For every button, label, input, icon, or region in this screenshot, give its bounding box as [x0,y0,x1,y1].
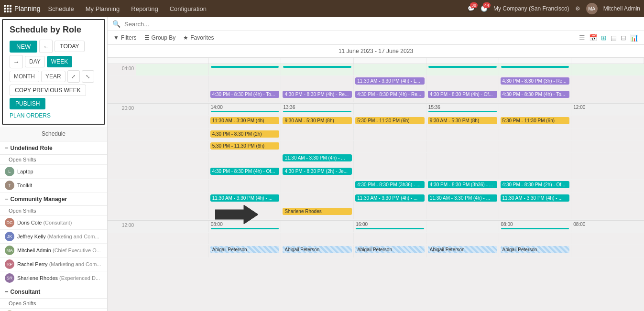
cell-fri-mitchell[interactable]: 4:30 PM - 8:30 PM (2h) - Of... [499,180,572,193]
cell-sat-cond[interactable]: 08:00 [571,221,644,232]
cell-wed-laptop[interactable]: 11:30 AM - 3:30 PM (4h) - L... [354,76,426,89]
role-group-consultant[interactable]: Consultant [0,285,107,299]
clock-icon-wrapper[interactable]: 🕐 44 [480,5,488,12]
event-cm-open-thu1[interactable]: 9:30 AM - 5:30 PM (8h) [428,117,497,124]
cell-tue-0[interactable] [281,64,354,75]
cell-sun-doris[interactable] [136,153,209,166]
event-mitchell-wed[interactable]: 4:30 PM - 8:30 PM (3h36) - ... [355,181,425,188]
nav-my-planning[interactable]: My Planning [84,3,122,14]
cell-mon-doris[interactable] [209,153,282,166]
cell-wed-toolkit[interactable]: 4:30 PM - 8:30 PM (4h) - Re... [354,89,426,102]
user-avatar[interactable]: MA [586,3,598,14]
event-cm-open-wed1[interactable]: 5:30 PM - 11:30 PM (6h) [355,117,425,124]
event-doris-tue[interactable]: 11:30 AM - 3:30 PM (4h) - ... [283,154,352,161]
cell-mon-laptop[interactable] [209,76,282,89]
cell-sun-cmo3[interactable] [136,141,209,152]
cell-tue-rachel[interactable] [281,193,354,206]
cell-fri-0[interactable] [499,64,572,75]
cell-tue-cono[interactable] [281,233,354,244]
event-abigail-fri[interactable]: Abigail Peterson [501,246,570,253]
cell-sun-toolkit[interactable] [136,89,209,102]
cell-tue-doris[interactable]: 11:30 AM - 3:30 PM (4h) - ... [281,153,354,166]
cell-wed-cond[interactable]: 16:00 [354,221,426,232]
person-rachel[interactable]: RP Rachel Perry (Marketing and Com... [0,257,107,271]
cell-sat-cmo3[interactable] [571,141,644,152]
event-abigail-thu[interactable]: Abigail Peterson [428,246,497,253]
cell-tue-jeffrey[interactable]: 4:30 PM - 8:30 PM (2h) - Je... [281,166,354,179]
nav-reporting[interactable]: Reporting [129,3,160,14]
cell-fri-sharlene[interactable] [499,206,572,219]
cell-mon-0[interactable] [209,64,282,75]
cell-mon-cond[interactable]: 08:00 [209,221,282,232]
cell-wed-cmo1[interactable]: 5:30 PM - 11:30 PM (6h) [354,116,426,129]
cell-mon-sharlene[interactable] [209,206,282,219]
role-group-community-manager[interactable]: Community Manager [0,193,107,206]
open-shifts-consultant[interactable]: Open Shifts [0,299,107,309]
cell-thu-toolkit[interactable]: 4:30 PM - 8:30 PM (4h) - Of... [426,89,499,102]
prev-button[interactable]: ← [39,40,53,53]
event-cm-open-tue1[interactable]: 9:30 AM - 5:30 PM (8h) [283,117,352,124]
cell-tue-cmo2[interactable] [281,129,354,140]
month-button[interactable]: MONTH [10,71,39,82]
cell-thu-sharlene[interactable] [426,206,499,219]
cell-sat-cmd[interactable]: 12:00 [571,104,644,115]
event-toolkit-tue[interactable]: 4:30 PM - 8:30 PM (4h) - Re... [283,91,352,98]
search-input[interactable] [124,21,639,28]
plan-orders-link[interactable]: PLAN ORDERS [10,112,51,119]
compress-button[interactable]: ⤡ [82,70,94,83]
person-mitchell[interactable]: MA Mitchell Admin (Chief Executive O... [0,244,107,257]
cell-wed-cmd[interactable] [354,104,426,115]
cell-wed-cmo3[interactable] [354,141,426,152]
person-jeffrey[interactable]: JK Jeffrey Kelly (Marketing and Com... [0,230,107,244]
cell-fri-toolkit[interactable]: 4:30 PM - 8:30 PM (4h) - To... [499,89,572,102]
cell-tue-sharlene[interactable]: Sharlene Rhodes [281,206,354,219]
cell-thu-cmd[interactable]: 15:36 [426,104,499,115]
cell-sun-mitchell[interactable] [136,180,209,193]
cell-thu-rachel[interactable]: 11:30 AM - 3:30 PM (4h) - ... [426,193,499,206]
cell-mon-abigail[interactable]: Abigail Peterson [209,245,282,257]
event-cm-open-mon3[interactable]: 5:30 PM - 11:30 PM (6h) [210,142,280,150]
grid-view-icon[interactable]: ⊞ [601,34,607,42]
cell-sun-cmd[interactable] [136,104,209,115]
cell-fri-cmo2[interactable] [499,129,572,140]
cell-sat-toolkit[interactable] [571,89,644,102]
group-by-button[interactable]: ☰ Group By [144,34,176,41]
nav-schedule[interactable]: Schedule [46,3,76,14]
today-button[interactable]: TODAY [55,41,84,52]
cell-tue-laptop[interactable] [281,76,354,89]
cell-thu-mitchell[interactable]: 4:30 PM - 8:30 PM (3h36) - ... [426,180,499,193]
cell-fri-cmd[interactable] [499,104,572,115]
person-laptop[interactable]: L Laptop [0,165,107,179]
week-button[interactable]: WEEK [47,56,72,67]
cell-fri-cono[interactable] [499,233,572,244]
favorites-button[interactable]: ★ Favorites [183,34,214,41]
cell-wed-cono[interactable] [354,233,426,244]
cell-thu-cmo1[interactable]: 9:30 AM - 5:30 PM (8h) [426,116,499,129]
person-toolkit[interactable]: T Toolkit [0,179,107,193]
event-mitchell-thu[interactable]: 4:30 PM - 8:30 PM (3h36) - ... [428,181,497,188]
event-toolkit-thu[interactable]: 4:30 PM - 8:30 PM (4h) - Of... [428,91,497,98]
cell-sat-jeffrey[interactable] [571,166,644,179]
role-group-undefined[interactable]: Undefined Role [0,141,107,155]
event-laptop-wed[interactable]: 11:30 AM - 3:30 PM (4h) - L... [355,77,425,85]
cell-sun-cond[interactable] [136,221,209,232]
year-button[interactable]: YEAR [41,71,65,82]
cell-fri-laptop[interactable]: 4:30 PM - 8:30 PM (3h) - Re... [499,76,572,89]
cell-wed-doris[interactable] [354,153,426,166]
cell-sun-cono[interactable] [136,233,209,244]
cell-thu-abigail[interactable]: Abigail Peterson [426,245,499,257]
table-view-icon[interactable]: ⊟ [621,34,626,42]
cell-sat-abigail[interactable] [571,245,644,257]
event-rachel-mon[interactable]: 11:30 AM - 3:30 PM (4h) - ... [210,194,280,202]
person-abigail[interactable]: AP Abigail Peterson (Consultant) [0,309,107,311]
cell-wed-mitchell[interactable]: 4:30 PM - 8:30 PM (3h36) - ... [354,180,426,193]
cell-tue-mitchell[interactable] [281,180,354,193]
event-jeffrey-tue[interactable]: 4:30 PM - 8:30 PM (2h) - Je... [283,168,352,175]
cell-mon-cmd[interactable]: 14:00 [209,104,282,115]
cell-wed-abigail[interactable]: Abigail Peterson [354,245,426,257]
cell-sat-cmo1[interactable] [571,116,644,129]
cell-fri-rachel[interactable]: 11:30 AM - 3:30 PM (4h) - ... [499,193,572,206]
cell-sun-cmo2[interactable] [136,129,209,140]
cell-fri-jeffrey[interactable] [499,166,572,179]
cell-mon-cmo2[interactable]: 4:30 PM - 8:30 PM (2h) [209,129,282,140]
